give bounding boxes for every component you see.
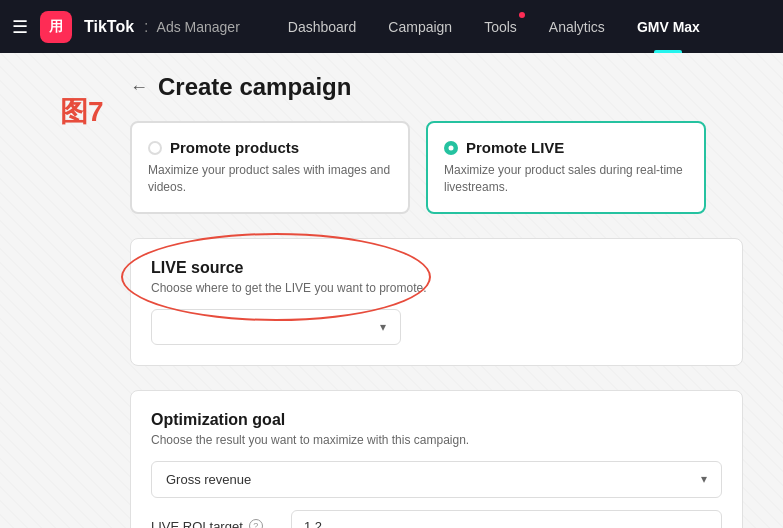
navbar: ☰ 用 TikTok : Ads Manager Dashboard Campa… (0, 0, 783, 53)
nav-links: Dashboard Campaign Tools Analytics GMV M… (272, 0, 771, 53)
promote-cards: Promote products Maximize your product s… (130, 121, 743, 214)
promote-live-desc: Maximize your product sales during real-… (444, 162, 688, 196)
promote-live-title: Promote LIVE (444, 139, 688, 156)
page-title: Create campaign (158, 73, 351, 101)
nav-dashboard[interactable]: Dashboard (272, 0, 373, 53)
live-source-desc: Choose where to get the LIVE you want to… (151, 281, 722, 295)
back-button[interactable]: ← (130, 77, 148, 98)
live-roi-row: LIVE ROI target ? (151, 510, 722, 528)
promote-products-card[interactable]: Promote products Maximize your product s… (130, 121, 410, 214)
highlight-oval (121, 233, 431, 321)
brand-name: TikTok (84, 18, 134, 36)
nav-analytics[interactable]: Analytics (533, 0, 621, 53)
roi-input[interactable] (291, 510, 722, 528)
roi-info-icon[interactable]: ? (249, 519, 263, 528)
promote-products-desc: Maximize your product sales with images … (148, 162, 392, 196)
page-header: ← Create campaign (130, 73, 743, 101)
nav-campaign[interactable]: Campaign (372, 0, 468, 53)
watermark: 图7 (60, 93, 104, 131)
main-content: 图7 ← Create campaign Promote products Ma… (0, 53, 783, 528)
promote-products-radio (148, 141, 162, 155)
logo-icon: 用 (40, 11, 72, 43)
optimization-title: Optimization goal (151, 411, 722, 429)
promote-live-card[interactable]: Promote LIVE Maximize your product sales… (426, 121, 706, 214)
promote-live-radio (444, 141, 458, 155)
live-source-title: LIVE source (151, 259, 722, 277)
gross-revenue-arrow: ▾ (701, 472, 707, 486)
tools-dot (519, 12, 525, 18)
promote-products-title: Promote products (148, 139, 392, 156)
gross-revenue-dropdown[interactable]: Gross revenue ▾ (151, 461, 722, 498)
live-source-dropdown[interactable]: ▾ (151, 309, 401, 345)
live-roi-label: LIVE ROI target ? (151, 519, 281, 528)
live-source-section: LIVE source Choose where to get the LIVE… (130, 238, 743, 366)
optimization-desc: Choose the result you want to maximize w… (151, 433, 722, 447)
optimization-section: Optimization goal Choose the result you … (130, 390, 743, 528)
gross-revenue-label: Gross revenue (166, 472, 251, 487)
live-source-dropdown-arrow: ▾ (380, 320, 386, 334)
menu-icon[interactable]: ☰ (12, 16, 28, 38)
nav-tools[interactable]: Tools (468, 0, 533, 53)
nav-gmv-max[interactable]: GMV Max (621, 0, 716, 53)
brand-colon: : (144, 18, 148, 36)
ads-manager-label: Ads Manager (157, 19, 240, 35)
